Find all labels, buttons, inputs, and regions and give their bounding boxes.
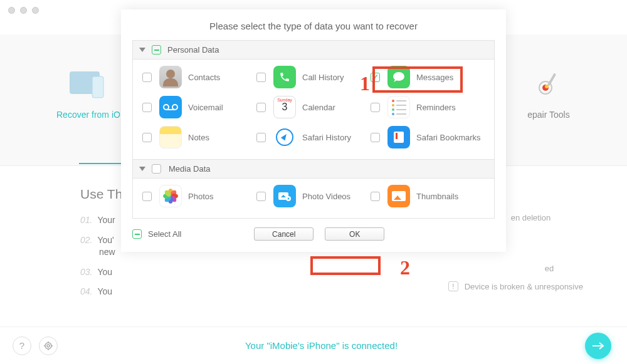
minimize-icon[interactable] [20,7,27,14]
photos-icon [159,185,182,207]
tab-label: epair Tools [527,110,569,120]
triangle-down-icon [139,167,145,171]
phone-icon [273,66,296,88]
calendar-icon: Sunday 3 [273,96,296,118]
item-label: Calendar [302,103,335,112]
contacts-icon [159,66,182,88]
section-checkbox-partial[interactable] [152,45,161,55]
item-label: Safari History [302,133,351,142]
calendar-checkbox[interactable] [256,103,266,112]
item-label: Notes [188,133,209,142]
item-photos[interactable]: Photos [142,185,256,207]
section-personal-content: Contacts Call History Messages [132,60,495,160]
reminders-icon [387,96,410,118]
item-reminders[interactable]: Reminders [371,96,485,118]
thumbnail-icon [387,185,410,207]
settings-icon[interactable] [39,336,58,355]
section-label: Media Data [169,164,210,174]
triangle-down-icon [139,48,145,52]
safari-icon [273,126,296,148]
notes-checkbox[interactable] [142,133,152,142]
safari-bookmarks-checkbox[interactable] [371,133,380,142]
item-label: Reminders [416,103,456,112]
item-thumbnails[interactable]: Thumbnails [371,185,485,207]
svg-point-14 [164,105,169,110]
safari-history-checkbox[interactable] [256,133,266,142]
window-controls [8,7,39,14]
steps-title: Use Thi [80,187,125,202]
item-label: Contacts [188,73,220,82]
section-media-header[interactable]: Media Data [132,160,495,179]
item-callhistory[interactable]: Call History [256,66,371,88]
item-label: Photo Videos [302,192,350,201]
photos-checkbox[interactable] [142,192,152,201]
svg-point-15 [172,105,177,110]
item-label: Thumbnails [416,192,458,201]
status-bar: ? Your "iMobie's iPhone" is connected! [0,326,627,364]
svg-rect-5 [547,73,556,86]
annotation-2: 2 [400,256,410,279]
thumbnails-checkbox[interactable] [371,192,380,201]
select-all-checkbox[interactable] [132,229,142,239]
bookmark-icon [387,126,410,148]
ok-button[interactable]: OK [325,227,384,241]
reminders-checkbox[interactable] [371,103,380,112]
exclaim-icon: ! [448,281,458,291]
item-label: Photos [188,192,213,201]
item-label: Call History [302,73,344,82]
photo-videos-checkbox[interactable] [256,192,266,201]
steps-panel: Use Thi 01.Your 02.You'new 03.You 04.You [80,187,125,306]
item-label: Messages [416,73,453,82]
item-safari-bookmarks[interactable]: Safari Bookmarks [371,126,485,148]
item-label: Voicemail [188,103,223,112]
messages-checkbox[interactable] [371,73,380,82]
item-label: Safari Bookmarks [416,133,481,142]
item-safari-history[interactable]: Safari History [256,126,371,148]
item-notes[interactable]: Notes [142,126,256,148]
svg-rect-1 [92,76,103,98]
modal-title: Please select the type of data you want … [121,9,506,40]
contacts-checkbox[interactable] [142,73,152,82]
svg-rect-18 [396,133,398,139]
help-icon[interactable]: ? [13,336,31,355]
annotation-box-2 [310,256,381,275]
section-label: Personal Data [167,45,219,55]
modal-footer: Select All Cancel OK [121,219,506,252]
cancel-button[interactable]: Cancel [254,227,314,241]
svg-point-7 [47,345,50,347]
section-media-checkbox[interactable] [152,164,161,174]
notes-icon [159,126,182,148]
connection-status: Your "iMobie's iPhone" is connected! [58,340,585,351]
wrench-icon [527,66,571,103]
item-calendar[interactable]: Sunday 3 Calendar [256,96,371,118]
item-contacts[interactable]: Contacts [142,66,256,88]
section-personal-header[interactable]: Personal Data [132,40,495,60]
callhistory-checkbox[interactable] [256,73,266,82]
message-icon [387,66,410,88]
tab-label: Recover from iO [56,110,120,120]
svg-point-13 [393,72,404,81]
device-icon [66,66,110,103]
maximize-icon[interactable] [32,7,39,14]
item-voicemail[interactable]: Voicemail [142,96,256,118]
tab-recover-ios[interactable]: Recover from iO [56,66,120,120]
voicemail-icon [159,96,182,118]
close-icon[interactable] [8,7,15,14]
data-type-modal: Please select the type of data you want … [121,9,506,252]
annotation-1: 1 [360,72,370,95]
next-button[interactable] [585,333,611,359]
item-messages[interactable]: Messages [371,66,485,88]
item-photo-videos[interactable]: Photo Videos [256,185,371,207]
photo-video-icon [273,185,296,207]
section-media-content: Photos Photo Videos Thumbnails [132,179,495,219]
voicemail-checkbox[interactable] [142,103,152,112]
svg-point-6 [45,343,51,349]
tab-repair-tools[interactable]: epair Tools [527,66,571,120]
svg-rect-17 [394,132,404,143]
